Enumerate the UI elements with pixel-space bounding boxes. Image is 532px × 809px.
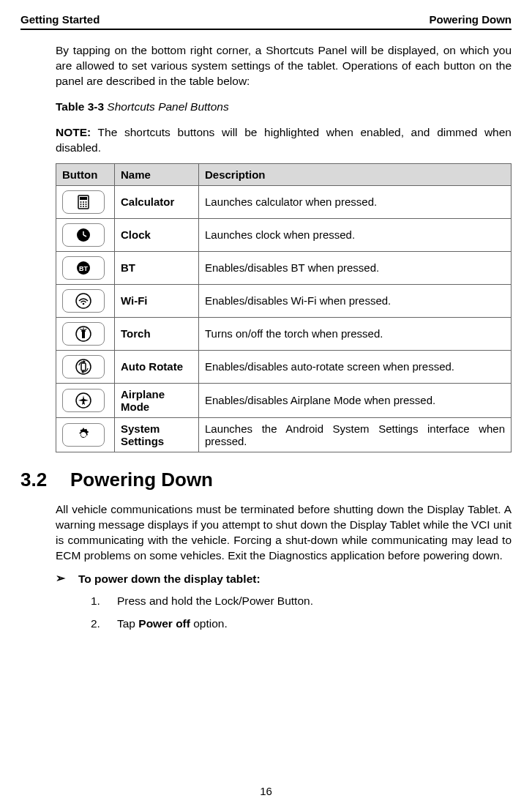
- svg-point-8: [80, 206, 82, 207]
- description-cell: Enables/disables Wi-Fi when pressed.: [199, 284, 512, 317]
- svg-point-7: [86, 204, 87, 205]
- page-number: 16: [0, 785, 532, 797]
- clock-icon: [62, 223, 105, 247]
- procedure-steps: 1.Press and hold the Lock/Power Button.2…: [56, 593, 512, 632]
- name-cell: Airplane Mode: [115, 383, 199, 417]
- table-row: BTBTEnables/disables BT when pressed.: [56, 251, 512, 284]
- torch-icon: [62, 322, 105, 346]
- table-header-name: Name: [115, 163, 199, 185]
- autorotate-icon: [62, 355, 105, 379]
- step-text-after: option.: [190, 617, 228, 630]
- intro-paragraph: By tapping on the bottom right corner, a…: [56, 43, 512, 89]
- table-row: CalculatorLaunches calculator when press…: [56, 185, 512, 218]
- svg-rect-1: [80, 197, 87, 200]
- name-cell: BT: [115, 251, 199, 284]
- table-row: TorchTurns on/off the torch when pressed…: [56, 317, 512, 350]
- list-item: 1.Press and hold the Lock/Power Button.: [91, 593, 512, 609]
- button-cell: [56, 185, 115, 218]
- svg-point-4: [86, 201, 87, 203]
- svg-point-6: [83, 204, 84, 205]
- procedure-lead-text: To power down the display tablet:: [78, 573, 261, 586]
- step-number: 2.: [91, 616, 104, 632]
- svg-point-5: [80, 204, 82, 205]
- button-cell: [56, 317, 115, 350]
- table-header-row: Button Name Description: [56, 163, 512, 185]
- table-row: Wi-FiEnables/disables Wi-Fi when pressed…: [56, 284, 512, 317]
- name-cell: Wi-Fi: [115, 284, 199, 317]
- step-text-bold: Power off: [138, 617, 190, 630]
- table-row: ClockLaunches clock when pressed.: [56, 218, 512, 251]
- name-cell: Auto Rotate: [115, 350, 199, 383]
- description-cell: Enables/disables auto-rotate screen when…: [199, 350, 512, 383]
- table-title-caption: Shortcuts Panel Buttons: [107, 100, 228, 113]
- shortcuts-table: Button Name Description CalculatorLaunch…: [56, 163, 512, 452]
- description-cell: Enables/disables BT when pressed.: [199, 251, 512, 284]
- svg-point-10: [86, 206, 87, 207]
- section-paragraph: All vehicle communications must be termi…: [56, 502, 512, 564]
- description-cell: Enables/disables Airplane Mode when pres…: [199, 383, 512, 417]
- svg-point-28: [81, 433, 86, 437]
- step-text: Press and hold the Lock/Power Button.: [117, 593, 313, 609]
- svg-point-3: [83, 201, 84, 203]
- table-header-button: Button: [56, 163, 115, 185]
- step-text: Tap Power off option.: [117, 616, 228, 632]
- button-cell: [56, 383, 115, 417]
- description-cell: Turns on/off the torch when pressed.: [199, 317, 512, 350]
- running-header: Getting Started Powering Down: [20, 13, 512, 30]
- note-label: NOTE:: [56, 126, 91, 138]
- settings-icon: [62, 423, 105, 447]
- step-text-before: Tap: [117, 617, 138, 630]
- note: NOTE: The shortcuts buttons will be high…: [56, 125, 512, 156]
- table-row: Auto RotateEnables/disables auto-rotate …: [56, 350, 512, 383]
- button-cell: [56, 350, 115, 383]
- svg-point-2: [80, 201, 82, 203]
- svg-rect-24: [81, 363, 86, 370]
- table-row: Airplane ModeEnables/disables Airplane M…: [56, 383, 512, 417]
- airplane-icon: [62, 389, 105, 412]
- button-cell: [56, 284, 115, 317]
- table-row: System SettingsLaunches the Android Syst…: [56, 417, 512, 452]
- section-number: 3.2: [20, 469, 54, 491]
- procedure-lead: ➢ To power down the display tablet:: [56, 573, 512, 586]
- button-cell: BT: [56, 251, 115, 284]
- header-left: Getting Started: [20, 13, 100, 26]
- description-cell: Launches calculator when pressed.: [199, 185, 512, 218]
- svg-point-17: [83, 302, 85, 305]
- button-cell: [56, 218, 115, 251]
- button-cell: [56, 417, 115, 452]
- list-item: 2.Tap Power off option.: [91, 616, 512, 632]
- svg-rect-19: [82, 332, 85, 338]
- description-cell: Launches clock when pressed.: [199, 218, 512, 251]
- table-title: Table 3-3 Shortcuts Panel Buttons: [56, 100, 512, 113]
- section-title: Powering Down: [70, 469, 213, 491]
- bt-icon: BT: [62, 256, 105, 280]
- description-cell: Launches the Android System Settings int…: [199, 417, 512, 452]
- note-text: The shortcuts buttons will be highlighte…: [56, 126, 512, 154]
- table-header-description: Description: [199, 163, 512, 185]
- header-right: Powering Down: [430, 13, 512, 26]
- chevron-icon: ➢: [56, 573, 65, 586]
- name-cell: System Settings: [115, 417, 199, 452]
- wifi-icon: [62, 289, 105, 313]
- svg-line-20: [80, 329, 82, 330]
- svg-point-9: [83, 206, 84, 207]
- step-text-before: Press and hold the Lock/Power Button.: [117, 594, 313, 607]
- calculator-icon: [62, 190, 105, 214]
- name-cell: Calculator: [115, 185, 199, 218]
- name-cell: Clock: [115, 218, 199, 251]
- svg-text:BT: BT: [79, 265, 88, 272]
- svg-line-22: [86, 329, 87, 330]
- step-number: 1.: [91, 593, 104, 609]
- section-heading: 3.2 Powering Down: [20, 469, 512, 491]
- name-cell: Torch: [115, 317, 199, 350]
- table-title-label: Table 3-3: [56, 100, 104, 113]
